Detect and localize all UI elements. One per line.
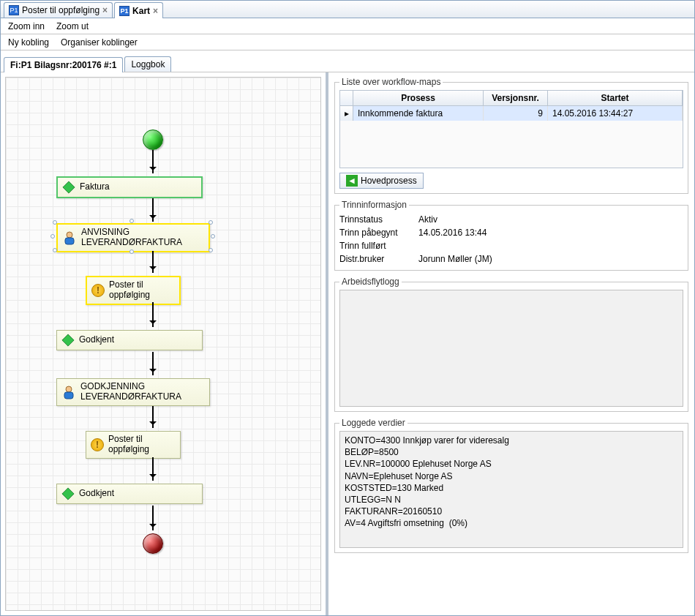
resize-handle[interactable]: [129, 249, 134, 254]
arrow-left-icon: ◄: [346, 175, 358, 187]
node-label: Poster til oppfølging: [108, 435, 149, 455]
svg-rect-5: [64, 392, 73, 399]
start-node[interactable]: [143, 129, 163, 150]
resize-handle[interactable]: [50, 234, 55, 238]
col-header-started[interactable]: Startet: [548, 91, 683, 105]
grid-header: Prosess Versjonsnr. Startet: [340, 91, 683, 106]
sub-tab-label: Loggbok: [131, 59, 165, 70]
person-icon: [62, 230, 77, 245]
value-bruker: Jorunn Møller (JM): [418, 254, 492, 264]
end-node[interactable]: [143, 533, 163, 554]
flow-arrow: [152, 150, 154, 173]
tab-kart[interactable]: P1 Kart ×: [114, 2, 163, 18]
app-p1-icon: P1: [9, 5, 19, 15]
fieldset-legend: Trinninformasjon: [339, 200, 409, 210]
tab-label: Poster til oppfølging: [22, 5, 99, 15]
workflow-canvas[interactable]: Faktura ANVISNING LEVERANDØRFAKTURA: [1, 72, 328, 615]
close-icon[interactable]: ×: [102, 5, 108, 15]
content: Faktura ANVISNING LEVERANDØRFAKTURA: [1, 72, 694, 615]
node-godkjenning[interactable]: GODKJENNING LEVERANDØRFAKTURA: [56, 378, 210, 406]
button-label: Hovedprosess: [361, 176, 417, 186]
node-godkjent-1[interactable]: Godkjent: [56, 330, 203, 350]
app-window: P1 Poster til oppfølging × P1 Kart × Zoo…: [0, 0, 695, 616]
details-pane: Liste over workflow-maps Prosess Versjon…: [328, 72, 694, 615]
cell-process: Innkommende faktura: [353, 106, 484, 121]
svg-marker-3: [62, 334, 74, 346]
svg-rect-2: [65, 238, 74, 244]
diamond-icon: [61, 334, 75, 347]
document-tabs: P1 Poster til oppfølging × P1 Kart ×: [1, 1, 694, 18]
label-pabegynt: Trinn påbegynt: [339, 228, 413, 238]
grid-row[interactable]: ▸ Innkommende faktura 9 14.05.2016 13:44…: [340, 106, 683, 121]
zoom-out[interactable]: Zoom ut: [53, 20, 91, 33]
warning-icon: !: [91, 438, 104, 451]
warning-icon: !: [91, 284, 105, 297]
sub-tabs: Fi:P1 Bilagsnr:200176 #:1 Loggbok: [1, 55, 694, 72]
fieldset-legend: Liste over workflow-maps: [339, 77, 443, 87]
workflow-grid[interactable]: Prosess Versjonsnr. Startet ▸ Innkommend…: [339, 90, 683, 168]
logged-values: Loggede verdier KONTO=4300 Innkjøp varer…: [334, 418, 688, 553]
flow-arrow: [152, 506, 154, 530]
node-anvisning[interactable]: ANVISNING LEVERANDØRFAKTURA: [56, 223, 210, 252]
node-godkjent-2[interactable]: Godkjent: [56, 484, 203, 504]
workflow-map-list: Liste over workflow-maps Prosess Versjon…: [334, 77, 688, 194]
organise-links[interactable]: Organiser koblinger: [58, 36, 140, 49]
app-p1-icon: P1: [119, 6, 129, 16]
node-label: ANVISNING LEVERANDØRFAKTURA: [81, 228, 182, 248]
sub-tab-label: Fi:P1 Bilagsnr:200176 #:1: [10, 60, 116, 70]
node-oppfolging-2[interactable]: ! Poster til oppfølging: [86, 431, 181, 459]
flow-arrow: [152, 457, 154, 481]
cell-version: 9: [484, 106, 548, 121]
row-selector[interactable]: ▸: [340, 106, 353, 121]
flow-arrow: [152, 198, 154, 222]
diamond-icon: [61, 487, 75, 500]
label-fullfort: Trinn fullført: [339, 241, 413, 251]
tab-poster-oppfolging[interactable]: P1 Poster til oppfølging ×: [4, 2, 113, 18]
label-bruker: Distr.bruker: [339, 254, 413, 264]
svg-point-4: [66, 386, 72, 392]
flowchart: Faktura ANVISNING LEVERANDØRFAKTURA: [5, 77, 321, 611]
col-header-process[interactable]: Prosess: [353, 91, 484, 105]
resize-handle[interactable]: [129, 219, 134, 223]
value-trinnstatus: Aktiv: [418, 214, 437, 225]
zoom-menubar: Zoom inn Zoom ut: [1, 18, 694, 34]
value-pabegynt: 14.05.2016 13:44: [418, 228, 487, 238]
node-faktura[interactable]: Faktura: [56, 176, 203, 198]
flow-arrow: [152, 302, 154, 327]
node-label: Godkjent: [79, 335, 114, 345]
svg-marker-6: [62, 488, 74, 500]
resize-handle[interactable]: [211, 234, 215, 238]
diamond-icon: [62, 181, 75, 194]
workflow-log-box[interactable]: [339, 290, 683, 407]
node-label: GODKJENNING LEVERANDØRFAKTURA: [80, 382, 181, 402]
fieldset-legend: Loggede verdier: [339, 418, 407, 428]
logged-values-box[interactable]: KONTO=4300 Innkjøp varer for videresalg …: [339, 431, 683, 548]
cell-started: 14.05.2016 13:44:27: [548, 106, 683, 121]
node-oppfolging-1[interactable]: ! Poster til oppfølging: [86, 276, 181, 305]
fieldset-legend: Arbeidsflytlogg: [339, 277, 402, 287]
step-info: Trinninformasjon TrinnstatusAktiv Trinn …: [334, 200, 688, 271]
flow-arrow: [152, 251, 154, 273]
new-link[interactable]: Ny kobling: [5, 36, 52, 49]
tab-label: Kart: [132, 6, 150, 16]
resize-handle[interactable]: [209, 220, 213, 225]
flow-arrow: [152, 406, 154, 428]
sub-tab-loggbok[interactable]: Loggbok: [124, 56, 171, 72]
close-icon[interactable]: ×: [153, 6, 158, 16]
resize-handle[interactable]: [53, 248, 57, 252]
sub-tab-record[interactable]: Fi:P1 Bilagsnr:200176 #:1: [4, 57, 123, 72]
hovedprosess-button[interactable]: ◄ Hovedprosess: [339, 173, 424, 189]
link-menubar: Ny kobling Organiser koblinger: [1, 34, 694, 50]
row-selector-header: [340, 91, 353, 105]
workflow-log: Arbeidsflytlogg: [334, 277, 688, 412]
zoom-in[interactable]: Zoom inn: [5, 20, 48, 33]
grid-empty-area: [340, 121, 683, 168]
node-label: Poster til oppfølging: [109, 280, 150, 301]
resize-handle[interactable]: [53, 220, 57, 225]
col-header-version[interactable]: Versjonsnr.: [484, 91, 548, 105]
label-trinnstatus: Trinnstatus: [339, 214, 413, 225]
svg-marker-0: [63, 181, 75, 193]
resize-handle[interactable]: [209, 248, 213, 252]
person-icon: [61, 385, 76, 399]
flow-arrow: [152, 352, 154, 375]
